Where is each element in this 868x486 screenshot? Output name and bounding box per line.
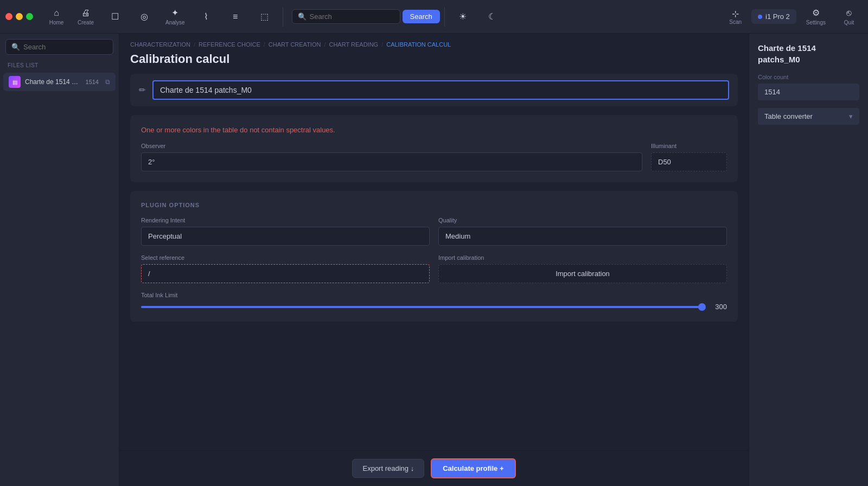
illuminant-input[interactable] xyxy=(651,152,727,171)
file-count: 1514 xyxy=(86,79,99,85)
chart-name-input-wrap xyxy=(152,80,729,100)
plugin-options-title: PLUGIN OPTIONS xyxy=(141,202,727,208)
illuminant-label: Illuminant xyxy=(651,143,727,149)
import-calibration-group: Import calibration Import calibration xyxy=(438,254,727,283)
quality-input[interactable] xyxy=(438,227,727,246)
breadcrumb-sep-3: / xyxy=(324,41,326,48)
breadcrumb-calibration-calcul[interactable]: CALIBRATION CALCUL xyxy=(386,41,451,48)
scroll-content: ✏ One or more colors in the table do not… xyxy=(119,74,749,450)
print-icon: 🖨 xyxy=(81,8,90,18)
slider-thumb[interactable] xyxy=(698,303,706,311)
square-icon: ⬚ xyxy=(260,11,269,22)
scan-button[interactable]: ⊹ Scan xyxy=(724,7,747,27)
breadcrumb-sep-4: / xyxy=(381,41,383,48)
search-area: 🔍 Search xyxy=(292,9,440,24)
import-calibration-button[interactable]: Import calibration xyxy=(438,264,727,283)
sidebar: 🔍 FILES LIST ▤ Charte de 1514 pat... 151… xyxy=(0,34,119,486)
sidebar-search-icon: 🔍 xyxy=(11,43,20,51)
quality-group: Quality xyxy=(438,217,727,246)
total-ink-limit-area: Total Ink Limit 300 xyxy=(141,292,727,311)
files-list-label: FILES LIST xyxy=(0,60,119,73)
star-icon: ✦ xyxy=(171,8,178,18)
divider-1 xyxy=(283,7,283,27)
breadcrumb-sep-2: / xyxy=(264,41,265,48)
device-button[interactable]: i1 Pro 2 xyxy=(751,9,796,24)
slider-track[interactable] xyxy=(141,306,702,308)
layers-icon: ≡ xyxy=(233,12,238,22)
table-converter-dropdown[interactable]: Table converter ▾ xyxy=(758,108,859,125)
sun-button[interactable]: ☀ xyxy=(449,9,476,24)
select-reference-label: Select reference xyxy=(141,254,430,261)
rendering-intent-group: Rendering Intent xyxy=(141,217,430,246)
arrow-icon: ⌇ xyxy=(204,11,208,22)
calculate-profile-button[interactable]: Calculate profile + xyxy=(431,458,515,478)
slider-value: 300 xyxy=(715,303,727,311)
create-button[interactable]: 🖨 Create xyxy=(72,6,99,28)
content-area: CHARACTERIZATION / REFERENCE CHOICE / CH… xyxy=(119,34,749,486)
breadcrumb-chart-reading[interactable]: CHART READING xyxy=(329,41,378,48)
total-ink-limit-label: Total Ink Limit xyxy=(141,292,177,298)
bottom-bar: Export reading ↓ Calculate profile + xyxy=(119,450,749,486)
observer-illuminant-card: One or more colors in the table do not c… xyxy=(130,115,738,182)
search-button[interactable]: Search xyxy=(403,10,440,23)
color-count-value: 1514 xyxy=(758,84,859,100)
right-panel: Charte de 1514 patchs_M0 Color count 151… xyxy=(749,34,868,486)
sidebar-search-input[interactable] xyxy=(23,43,107,51)
chart-name-input[interactable] xyxy=(152,80,729,100)
observer-group: Observer xyxy=(141,143,642,171)
settings-button[interactable]: ⚙ Settings xyxy=(801,5,831,28)
rendering-intent-input[interactable] xyxy=(141,227,430,246)
sidebar-search-wrap[interactable]: 🔍 xyxy=(5,39,113,55)
dark-button[interactable]: ☾ xyxy=(478,9,506,24)
scan-icon: ⊹ xyxy=(732,9,739,19)
arrow-button[interactable]: ⌇ xyxy=(193,9,220,24)
target-icon: ◎ xyxy=(141,11,148,22)
rendering-intent-label: Rendering Intent xyxy=(141,217,430,223)
file-item[interactable]: ▤ Charte de 1514 pat... 1514 ⧉ xyxy=(3,73,116,91)
select-reference-input[interactable] xyxy=(141,264,430,283)
export-reading-button[interactable]: Export reading ↓ xyxy=(352,459,424,478)
minimize-button[interactable] xyxy=(16,13,23,20)
home-button[interactable]: ⌂ Home xyxy=(43,6,70,28)
illuminant-group: Illuminant xyxy=(651,143,727,171)
observer-input[interactable] xyxy=(141,152,642,171)
breadcrumb-sep-1: / xyxy=(194,41,195,48)
right-panel-title: Charte de 1514 patchs_M0 xyxy=(758,42,859,65)
table-converter-label: Table converter xyxy=(764,112,813,120)
select-reference-group: Select reference xyxy=(141,254,430,283)
maximize-button[interactable] xyxy=(26,13,33,20)
docs-button[interactable]: ☐ xyxy=(101,9,129,24)
observer-illuminant-row: Observer Illuminant xyxy=(141,143,727,171)
quit-icon: ⎋ xyxy=(846,8,852,18)
import-calibration-label: Import calibration xyxy=(438,254,727,261)
breadcrumb-reference-choice[interactable]: REFERENCE CHOICE xyxy=(199,41,260,48)
sun-icon: ☀ xyxy=(459,11,467,22)
observer-label: Observer xyxy=(141,143,642,149)
edit-icon[interactable]: ✏ xyxy=(139,85,146,95)
target-button[interactable]: ◎ xyxy=(131,9,158,24)
file-gradient-icon: ▤ xyxy=(9,76,21,88)
square-button[interactable]: ⬚ xyxy=(251,9,278,24)
breadcrumb-chart-creation[interactable]: CHART CREATION xyxy=(269,41,321,48)
analyse-button[interactable]: ✦ Analyse xyxy=(160,5,190,28)
copy-icon: ⧉ xyxy=(105,78,110,86)
quality-label: Quality xyxy=(438,217,727,223)
file-icon: ☐ xyxy=(111,11,119,22)
search-icon: 🔍 xyxy=(298,12,307,21)
quit-button[interactable]: ⎋ Quit xyxy=(835,6,863,28)
slider-fill xyxy=(141,306,702,308)
layers-button[interactable]: ≡ xyxy=(222,10,249,24)
close-button[interactable] xyxy=(5,13,12,20)
search-input-wrap[interactable]: 🔍 xyxy=(292,9,400,24)
toolbar-right: ⊹ Scan i1 Pro 2 ⚙ Settings ⎋ Quit xyxy=(724,5,863,28)
chart-name-card: ✏ xyxy=(130,74,738,106)
divider-2 xyxy=(444,7,445,27)
rendering-quality-row: Rendering Intent Quality xyxy=(141,217,727,246)
file-name: Charte de 1514 pat... xyxy=(25,78,81,86)
chevron-down-icon: ▾ xyxy=(849,112,853,120)
breadcrumb-characterization[interactable]: CHARACTERIZATION xyxy=(130,41,190,48)
breadcrumb: CHARACTERIZATION / REFERENCE CHOICE / CH… xyxy=(119,34,749,50)
search-input[interactable] xyxy=(310,12,394,21)
warning-message: One or more colors in the table do not c… xyxy=(141,126,727,134)
page-title: Calibration calcul xyxy=(119,50,749,74)
